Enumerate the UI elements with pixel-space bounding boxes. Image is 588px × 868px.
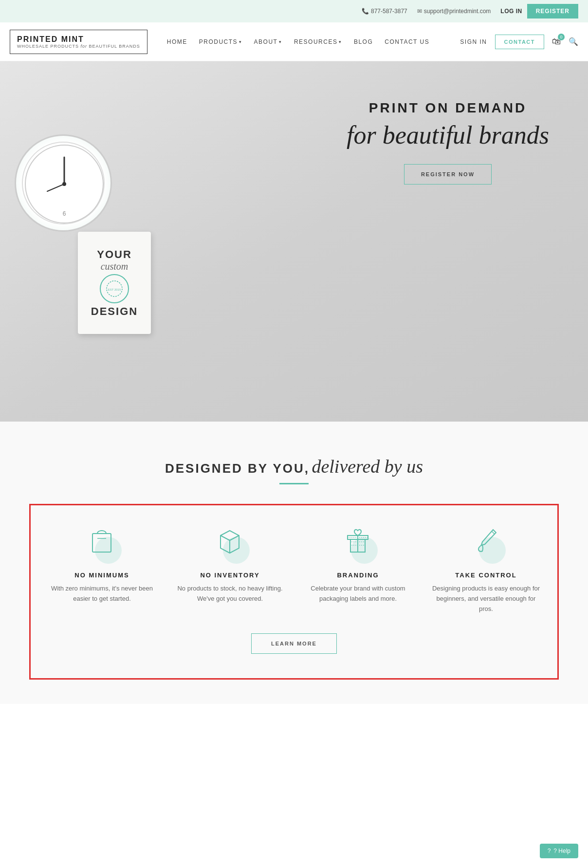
sign-in-link[interactable]: SIGN IN (460, 38, 487, 45)
svg-point-5 (62, 182, 66, 186)
contact-button[interactable]: CONTACT (495, 35, 544, 49)
designed-title: DESIGNED BY YOU, delivered by us (19, 456, 569, 477)
svg-rect-7 (92, 534, 111, 552)
chevron-down-icon: ▾ (279, 39, 282, 44)
clock-svg: 6 (23, 143, 106, 225)
svg-text:EST 2015: EST 2015 (108, 288, 121, 291)
candle-circle-icon: EST 2015 (105, 279, 124, 298)
feature-title-no-inventory: NO INVENTORY (173, 572, 287, 579)
shopping-bag-icon-container (83, 525, 122, 564)
features-grid: NO MINIMUMS With zero minimums, it's nev… (45, 525, 543, 614)
cart-badge: 0 (558, 34, 565, 40)
feature-title-take-control: TAKE CONTROL (429, 572, 543, 579)
nav-about[interactable]: ABOUT ▾ (254, 38, 282, 45)
shopping-bag-icon (89, 525, 115, 556)
box-icon-container (211, 525, 250, 564)
hero-clock: 6 (15, 134, 112, 232)
box-icon (217, 525, 243, 556)
feature-desc-branding: Celebrate your brand with custom packagi… (301, 584, 415, 604)
phone-icon: 📞 (362, 8, 369, 15)
nav-resources[interactable]: RESOURCES ▾ (294, 38, 342, 45)
logo-title: PRINTED MINT (17, 35, 140, 44)
features-box: NO MINIMUMS With zero minimums, it's nev… (29, 504, 559, 680)
top-bar: 📞 877-587-3877 ✉ support@printedmint.com… (0, 0, 588, 22)
feature-desc-no-minimums: With zero minimums, it's never been easi… (45, 584, 159, 604)
feature-title-branding: BRANDING (301, 572, 415, 579)
hero-content: PRINT ON DEMAND for beautiful brands REG… (347, 100, 549, 185)
feature-no-minimums: NO MINIMUMS With zero minimums, it's nev… (45, 525, 159, 614)
designed-underline (279, 483, 309, 484)
cart-icon[interactable]: 🛍 0 (552, 37, 561, 47)
svg-text:6: 6 (63, 210, 66, 217)
gift-icon-container (339, 525, 378, 564)
feature-branding: BRANDING Celebrate your brand with custo… (301, 525, 415, 614)
email-icon: ✉ (417, 8, 422, 15)
gift-icon (345, 525, 371, 556)
candle-circle: EST 2015 (100, 274, 129, 303)
nav-products[interactable]: PRODUCTS ▾ (199, 38, 242, 45)
search-icon[interactable]: 🔍 (569, 37, 578, 46)
chevron-down-icon: ▾ (339, 39, 342, 44)
clock-face: 6 (22, 142, 105, 224)
hero-candle: YOUR custom EST 2015 DESIGN (78, 232, 151, 334)
feature-desc-no-inventory: No products to stock, no heavy lifting. … (173, 584, 287, 604)
hero-title-top: PRINT ON DEMAND (347, 100, 549, 116)
nav-right: SIGN IN CONTACT 🛍 0 🔍 (460, 35, 578, 49)
feature-desc-take-control: Designing products is easy enough for be… (429, 584, 543, 614)
hero-section: YOUR custom EST 2015 DESIGN 6 PRINT ON D… (0, 61, 588, 422)
hero-title-script: for beautiful brands (347, 121, 549, 149)
nav-contact-us[interactable]: CONTACT US (385, 38, 429, 45)
phone-info: 📞 877-587-3877 (362, 8, 407, 15)
nav-links: HOME PRODUCTS ▾ ABOUT ▾ RESOURCES ▾ BLOG… (167, 38, 460, 45)
chevron-down-icon: ▾ (239, 39, 242, 44)
feature-title-no-minimums: NO MINIMUMS (45, 572, 159, 579)
feature-no-inventory: NO INVENTORY No products to stock, no he… (173, 525, 287, 614)
nav-home[interactable]: HOME (167, 38, 187, 45)
logo-subtitle: WHOLESALE PRODUCTS for BEAUTIFUL BRANDS (17, 44, 140, 49)
logo[interactable]: PRINTED MINT WHOLESALE PRODUCTS for BEAU… (10, 30, 147, 54)
learn-more-button[interactable]: LEARN MORE (251, 633, 337, 654)
email-address: support@printedmint.com (424, 8, 491, 15)
brush-icon (473, 525, 499, 556)
email-info: ✉ support@printedmint.com (417, 8, 491, 15)
feature-take-control: TAKE CONTROL Designing products is easy … (429, 525, 543, 614)
register-button[interactable]: REGISTER (527, 4, 578, 18)
candle-label: YOUR custom EST 2015 DESIGN (91, 248, 138, 318)
main-nav: PRINTED MINT WHOLESALE PRODUCTS for BEAU… (0, 22, 588, 61)
login-button[interactable]: LOG IN (500, 8, 522, 15)
brush-icon-container (467, 525, 506, 564)
svg-line-16 (492, 531, 495, 534)
phone-number: 877-587-3877 (371, 8, 407, 15)
register-now-button[interactable]: REGISTER NOW (404, 164, 492, 185)
nav-blog[interactable]: BLOG (354, 38, 373, 45)
designed-section: DESIGNED BY YOU, delivered by us NO MINI… (0, 422, 588, 704)
